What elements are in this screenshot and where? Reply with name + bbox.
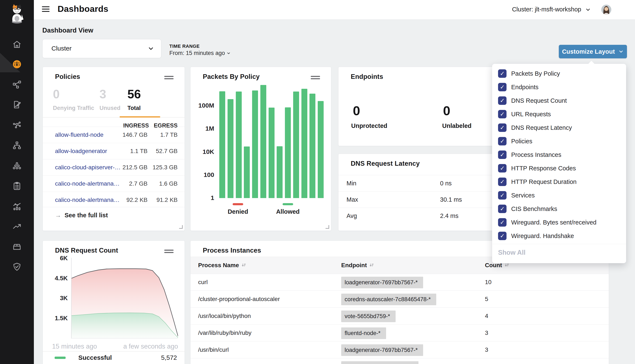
customize-menu-item[interactable]: ✓Packets By Policy [492,67,626,80]
sidebar-item-service-graph[interactable] [0,118,34,132]
endpoint-badge[interactable]: loadgenerator-7697bb7567-* [341,277,423,288]
cluster-selector[interactable]: Cluster: jlt-msft-workshop [512,6,581,13]
customize-layout-button[interactable]: Customize Layout [559,45,627,58]
allowed-bar[interactable] [252,90,258,198]
see-full-list-link[interactable]: →See the full list [55,212,108,219]
sidebar-item-trend-up[interactable] [0,220,34,233]
customize-menu-item[interactable]: ✓Services [492,188,626,202]
allowed-bar[interactable] [309,94,315,198]
dashboard-page: Dashboards Cluster: jlt-msft-workshop Da… [0,0,635,364]
endpoint-badge[interactable]: fluentd-node-* [341,328,386,339]
checkbox-checked-icon[interactable]: ✓ [498,110,507,118]
endpoint-badge[interactable]: compliance-benchmarker-* [341,361,418,364]
customize-menu-item[interactable]: ✓HTTP Request Duration [492,175,626,188]
sidebar-item-clipboard-list[interactable] [0,179,34,193]
sidebar-item-home[interactable] [0,38,34,51]
user-avatar[interactable] [601,5,611,14]
time-range-value[interactable]: From: 15 minutes ago [169,50,231,56]
policies-table: allow-fluentd-node146.7 GB1.7 TBallow-lo… [43,126,184,208]
column-header-endpoint[interactable]: Endpoint [341,262,374,269]
sidebar-item-sitemap[interactable] [0,139,34,152]
topbar: Dashboards Cluster: jlt-msft-workshop [34,0,635,20]
drag-handle-icon[interactable] [164,250,173,254]
endpoint-badge[interactable]: loadgenerator-7697bb7567-* [341,344,423,356]
checkbox-checked-icon[interactable]: ✓ [498,96,507,105]
allowed-bar[interactable] [318,101,324,198]
allowed-bar[interactable] [228,99,234,198]
drag-handle-icon[interactable] [311,76,320,80]
checkbox-checked-icon[interactable]: ✓ [498,124,507,132]
resize-handle[interactable] [326,225,329,229]
allowed-bar[interactable] [301,89,307,198]
customize-menu-item[interactable]: ✓Wireguard. Bytes sent/received [492,216,626,229]
sort-icon[interactable] [369,263,374,268]
process-name: /usr/bin/curl [198,346,229,353]
sidebar-item-inventory-box[interactable] [0,240,34,254]
endpoint-badge[interactable]: vote-5655bd759-* [341,310,396,322]
y-tick-label: 1.5K [43,315,68,322]
process-table-row: /cluster-proportional-autoscalercoredns-… [190,291,609,308]
checkbox-checked-icon[interactable]: ✓ [498,191,507,200]
policies-stat-unused[interactable]: 3Unused [99,88,120,112]
customize-menu-item[interactable]: ✓DNS Request Latency [492,121,626,134]
page-title: Dashboards [58,4,108,14]
y-tick-label: 1 [190,194,214,202]
checkbox-checked-icon[interactable]: ✓ [498,232,507,240]
sort-icon[interactable] [505,263,509,268]
process-table-row: /usr/local/bin/pythonvote-5655bd759-*4 [190,308,609,324]
policies-table-row: calico-node-alertmana…2.7 GB1.6 GB [43,176,184,192]
resize-handle[interactable] [179,225,183,229]
endpoint-badge[interactable]: coredns-autoscaler-7c88465478-* [341,294,436,305]
column-header-process-name[interactable]: Process Name [198,262,246,269]
allowed-bar[interactable] [269,108,275,198]
checkbox-checked-icon[interactable]: ✓ [498,204,507,213]
sidebar-item-policy-edit[interactable] [0,98,34,112]
allowed-bar[interactable] [219,91,225,198]
service-graph-icon [12,120,22,130]
ingress-value: 212.5 GB [118,164,147,171]
allowed-bar[interactable] [285,108,291,198]
allowed-bar[interactable] [293,92,299,198]
policy-name-link[interactable]: calico-node-alertmana… [55,196,119,203]
allowed-bar[interactable] [236,92,242,198]
allowed-bar[interactable] [244,146,250,198]
checkbox-checked-icon[interactable]: ✓ [498,218,507,226]
allowed-bar[interactable] [277,146,283,198]
calico-cat-logo[interactable] [10,4,24,24]
checkbox-checked-icon[interactable]: ✓ [498,178,507,186]
policies-stat-denying-traffic[interactable]: 0Denying Traffic [53,88,94,112]
dashboard-view-select[interactable]: Cluster [42,39,161,58]
checkbox-checked-icon[interactable]: ✓ [498,83,507,91]
policy-name-link[interactable]: allow-loadgenerator [55,148,107,154]
policies-stat-total[interactable]: 56Total [127,88,141,112]
customize-menu-item[interactable]: ✓CIS Benchmarks [492,202,626,216]
customize-menu-item[interactable]: ✓Wireguard. Handshake [492,229,626,243]
dashboard-view-select-value: Cluster [51,45,72,52]
drag-handle-icon[interactable] [164,76,173,80]
menu-item-label: DNS Request Latency [511,124,572,131]
checkbox-checked-icon[interactable]: ✓ [498,69,507,78]
sort-icon[interactable] [242,263,246,268]
customize-menu-item[interactable]: ✓Policies [492,134,626,148]
hamburger-menu-icon[interactable] [42,6,50,13]
customize-menu-item[interactable]: ✓HTTP Response Codes [492,162,626,175]
show-all-button[interactable]: Show All [492,244,626,256]
checkbox-checked-icon[interactable]: ✓ [498,137,507,146]
customize-menu-item[interactable]: ✓DNS Request Count [492,94,626,108]
menu-item-label: Wireguard. Bytes sent/received [511,219,596,226]
allowed-bar[interactable] [260,85,266,198]
policy-name-link[interactable]: calico-cloud-apiserver-… [55,164,119,171]
customize-menu-item[interactable]: ✓URL Requests [492,108,626,121]
sidebar-item-reports-stats[interactable] [0,200,34,213]
checkbox-checked-icon[interactable]: ✓ [498,164,507,172]
policy-name-link[interactable]: calico-node-alertmana… [55,180,119,187]
checkbox-checked-icon[interactable]: ✓ [498,150,507,159]
sidebar-item-endpoints-cluster[interactable] [0,159,34,172]
customize-menu-item[interactable]: ✓Endpoints [492,80,626,94]
policies-table-row: calico-cloud-apiserver-…212.5 GB125.3 GB [43,159,184,176]
sidebar-item-shield-check[interactable] [0,260,34,274]
policy-name-link[interactable]: allow-fluentd-node [55,132,104,138]
sidebar-item-network-topology[interactable] [0,78,34,91]
sidebar-item-dashboard-gauge[interactable] [0,58,34,71]
customize-menu-item[interactable]: ✓Process Instances [492,148,626,162]
